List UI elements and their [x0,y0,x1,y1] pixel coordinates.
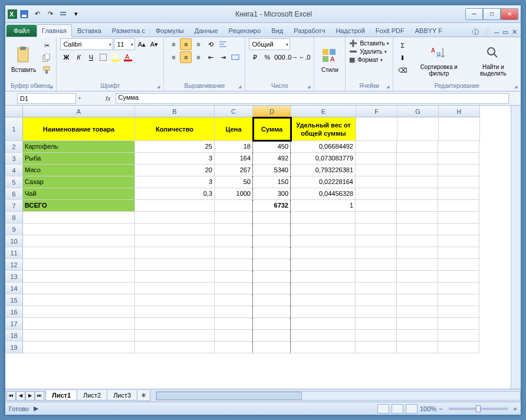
redo-icon[interactable]: ↷ [44,8,56,20]
cell[interactable] [356,283,397,294]
view-pagebreak-icon[interactable] [406,404,417,414]
row-header[interactable]: 10 [5,235,23,247]
cell[interactable] [356,294,397,306]
cell[interactable] [135,271,215,283]
cell[interactable] [438,153,479,165]
cell[interactable] [397,306,438,318]
cell[interactable] [356,330,397,342]
col-header[interactable]: H [439,106,480,117]
cell[interactable] [215,318,253,330]
comma-icon[interactable]: 000 [274,51,285,63]
font-name-combo[interactable]: Calibri [60,38,113,50]
cell[interactable]: 0,3 [135,188,215,200]
cell[interactable] [215,200,253,212]
view-layout-icon[interactable] [392,404,403,414]
cell[interactable] [135,306,215,318]
dec-decimal-icon[interactable]: ←.0 [298,51,310,63]
cell[interactable] [397,153,438,165]
cell[interactable]: 300 [252,188,291,200]
active-cell[interactable]: Сумма [253,117,291,141]
row-header[interactable]: 2 [5,141,23,153]
fill-icon[interactable]: ⬇ [397,52,409,64]
cell[interactable]: 0,793226381 [291,165,356,176]
cell[interactable] [356,342,397,353]
cell[interactable] [135,224,215,235]
cell[interactable] [356,247,397,259]
cell[interactable] [438,176,479,188]
cell[interactable] [291,294,356,306]
align-center-icon[interactable]: ≡ [180,51,192,63]
cell[interactable]: Сахар [23,176,135,188]
cell[interactable] [291,235,356,247]
undo-icon[interactable]: ↶ [31,8,43,20]
currency-icon[interactable]: ₽ [249,51,261,63]
cell[interactable] [215,247,253,259]
cell[interactable] [438,294,479,306]
doc-close-icon[interactable]: ✕ [512,28,517,36]
cell[interactable] [135,247,215,259]
cell[interactable]: 20 [135,165,215,176]
cell[interactable] [23,235,135,247]
cell[interactable] [356,200,397,212]
help-icon[interactable]: ❔ [482,28,491,36]
cell[interactable] [215,283,253,294]
tab-foxit[interactable]: Foxit PDF [370,24,410,37]
cell[interactable] [23,342,135,353]
cell[interactable] [397,165,438,176]
cell[interactable] [397,318,438,330]
cell[interactable] [397,283,438,294]
shrink-font-icon[interactable]: A▾ [148,38,160,50]
cell[interactable] [397,188,438,200]
cell[interactable] [438,330,479,342]
cell[interactable]: 492 [252,153,291,165]
cell[interactable] [23,318,135,330]
cell[interactable] [397,212,438,224]
row-header[interactable]: 1 [5,117,23,141]
zoom-level[interactable]: 100% [420,405,436,412]
zoom-in-button[interactable]: + [514,405,517,412]
indent-dec-icon[interactable]: ⇤ [205,51,216,63]
cell[interactable] [215,294,253,306]
cell[interactable] [215,342,253,353]
row-header[interactable]: 19 [5,342,23,353]
cell[interactable] [291,342,356,353]
cell[interactable] [438,271,479,283]
cell[interactable]: Рыба [23,153,135,165]
cell[interactable] [291,259,356,271]
tab-nav-last-icon[interactable]: ⏭ [35,391,44,401]
cell[interactable] [215,212,253,224]
cell[interactable]: Картофель [23,141,135,153]
copy-icon[interactable] [41,52,52,64]
tab-data[interactable]: Данные [189,24,223,37]
vertical-scrollbar[interactable] [511,106,521,389]
cell[interactable] [397,294,438,306]
cell[interactable] [135,200,215,212]
font-size-combo[interactable]: 11 [114,38,135,50]
cell[interactable] [356,117,397,141]
formula-input[interactable]: Сумма [116,93,509,104]
minimize-button[interactable]: ─ [465,8,483,20]
zoom-slider[interactable] [449,408,508,410]
cell[interactable] [215,235,253,247]
cell[interactable] [291,224,356,235]
cell[interactable]: 1000 [215,188,253,200]
tab-addins[interactable]: Надстрой [330,24,370,37]
paste-button[interactable]: Вставить [9,38,38,81]
cell[interactable] [356,153,397,165]
cell[interactable]: Мясо [23,165,135,176]
row-header[interactable]: 13 [5,271,23,283]
cell[interactable] [356,318,397,330]
bold-button[interactable]: Ж [60,51,72,63]
tab-review[interactable]: Рецензиро [223,24,267,37]
cell[interactable] [252,318,291,330]
cell[interactable] [438,224,479,235]
cell[interactable] [438,212,479,224]
cell[interactable] [135,259,215,271]
cell[interactable] [215,306,253,318]
cell[interactable]: 6732 [252,200,291,212]
cell[interactable] [291,318,356,330]
cell[interactable] [135,330,215,342]
tab-view[interactable]: Вид [266,24,288,37]
cell[interactable] [439,117,480,141]
cell[interactable] [438,306,479,318]
